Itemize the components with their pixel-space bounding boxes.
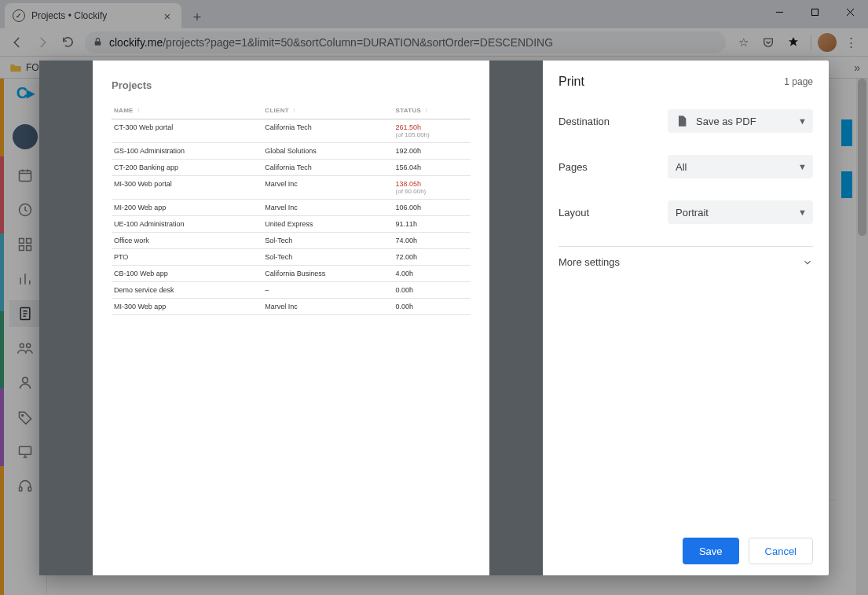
chevron-down-icon: ▼: [798, 208, 807, 217]
col-client: CLIENT ↕: [262, 102, 393, 119]
page-count: 1 page: [784, 76, 813, 87]
col-name: NAME ↕: [112, 102, 262, 119]
layout-label: Layout: [559, 207, 589, 219]
pdf-file-icon: [676, 115, 688, 127]
table-row: GS-100 AdministrationGlobal Solutions192…: [112, 143, 471, 160]
preview-table: NAME ↕ CLIENT ↕ STATUS ↕ CT-300 Web port…: [112, 102, 471, 315]
sort-icon: ↕: [425, 107, 428, 114]
table-row: Office workSol-Tech74.00h: [112, 233, 471, 249]
preview-heading: Projects: [112, 79, 471, 91]
table-row: CT-200 Banking appCalifornia Tech156.04h: [112, 160, 471, 176]
table-row: Demo service desk–0.00h: [112, 282, 471, 299]
table-row: MI-300 Web portalMarvel Inc138.05h(of 60…: [112, 176, 471, 200]
pages-dropdown[interactable]: All ▼: [668, 155, 813, 178]
print-dialog: Projects NAME ↕ CLIENT ↕ STATUS ↕ CT-300…: [39, 61, 829, 575]
col-status: STATUS ↕: [394, 102, 471, 119]
print-title: Print: [559, 75, 584, 89]
layout-dropdown[interactable]: Portrait ▼: [668, 200, 813, 224]
preview-page: Projects NAME ↕ CLIENT ↕ STATUS ↕ CT-300…: [93, 61, 489, 575]
destination-label: Destination: [559, 116, 610, 127]
chevron-down-icon: [802, 257, 813, 268]
sort-icon: ↕: [137, 107, 140, 114]
table-row: PTOSol-Tech72.00h: [112, 249, 471, 266]
print-settings-panel: Print 1 page Destination Save as PDF ▼ P…: [543, 61, 829, 575]
chevron-down-icon: ▼: [798, 162, 807, 171]
pages-label: Pages: [559, 161, 588, 173]
table-row: MI-300 Web appMarvel Inc0.00h: [112, 299, 471, 315]
table-row: CB-100 Web appCalifornia Business4.00h: [112, 266, 471, 282]
save-button[interactable]: Save: [683, 538, 739, 564]
sort-icon: ↕: [293, 107, 296, 114]
table-row: CT-300 Web portalCalifornia Tech261.50h(…: [112, 119, 471, 143]
more-settings-toggle[interactable]: More settings: [559, 246, 813, 277]
cancel-button[interactable]: Cancel: [749, 538, 813, 564]
print-preview-pane: Projects NAME ↕ CLIENT ↕ STATUS ↕ CT-300…: [39, 61, 543, 575]
destination-dropdown[interactable]: Save as PDF ▼: [668, 109, 813, 133]
table-row: MI-200 Web appMarvel Inc106.00h: [112, 200, 471, 216]
table-row: UE-100 AdministrationUnited Express91.11…: [112, 216, 471, 233]
chevron-down-icon: ▼: [798, 116, 807, 126]
